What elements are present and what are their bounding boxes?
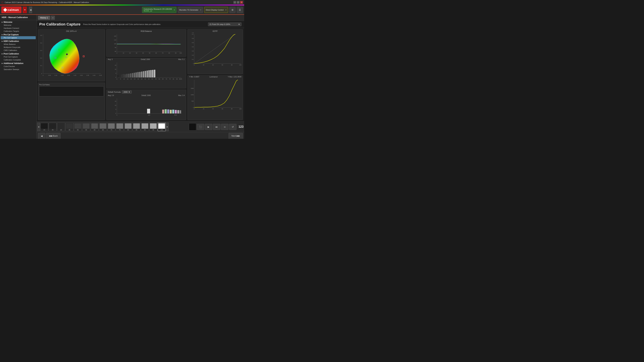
playback-controls: ⬛ ▶ ⏭ ∞ ↺ 123	[189, 123, 244, 131]
thumb-35[interactable]: 35	[49, 122, 57, 131]
colorimeter-dropdown[interactable]: Colorimetry Research CR-100/200 85c805_v…	[142, 7, 176, 13]
back-button[interactable]: ◀◀ Back	[46, 133, 60, 139]
chevron-down-icon-3: ▶	[2, 40, 3, 42]
svg-text:45: 45	[148, 78, 150, 80]
svg-text:0.6: 0.6	[192, 38, 194, 39]
deltae-color-avg: Avg: 2.6	[108, 94, 114, 96]
sidebar-item-cms-calibration[interactable]: CMS Calibration	[0, 49, 36, 52]
maximize-button[interactable]: □	[237, 1, 240, 4]
thumb-65[interactable]: 65	[99, 122, 107, 131]
nav-section-hdr-cal-label: HDR Calibration	[4, 40, 19, 42]
stop-button[interactable]: ⬛	[197, 124, 204, 130]
nav-section-pre-cal[interactable]: ▶ Pre Cal Capture	[0, 33, 36, 36]
notes-input[interactable]	[39, 86, 104, 96]
next-button[interactable]: Next ▶▶	[228, 133, 243, 139]
rgb-balance-svg: 80 90 100 110 120 0 10 20 30 40 50 60 70	[106, 32, 186, 56]
thumb-90[interactable]: 90	[141, 122, 149, 131]
svg-text:10: 10	[123, 52, 124, 54]
frame-count-display: 123	[238, 125, 244, 129]
play-button[interactable]: ▶	[205, 124, 212, 130]
svg-text:30: 30	[136, 52, 137, 54]
thumb-95[interactable]: 95	[149, 122, 157, 131]
svg-text:55: 55	[155, 78, 157, 80]
thumb-10[interactable]: 10	[40, 122, 48, 131]
svg-text:70: 70	[166, 78, 167, 80]
minimize-button[interactable]: ─	[234, 1, 236, 4]
step-dropdown[interactable]: 21 Point 5% step 0-100% ▼	[208, 22, 242, 26]
thumb-55[interactable]: 55	[82, 122, 90, 131]
colorimeter-arrow-icon: ▼	[174, 9, 175, 11]
svg-text:15: 15	[127, 78, 128, 80]
deltae-formula-dropdown[interactable]: 2000 ▼	[122, 90, 132, 93]
thumb-60[interactable]: 60	[90, 122, 98, 131]
sidebar-toggle-button[interactable]: ◀	[29, 6, 32, 13]
svg-text:0.05: 0.05	[48, 75, 51, 76]
display-control-dropdown[interactable]: Direct Display Control ▼	[204, 7, 228, 13]
svg-text:0.4: 0.4	[40, 42, 42, 44]
logo-dropdown-button[interactable]: ▼	[23, 6, 27, 13]
nav-section-post-cal-label: Post Calibration	[4, 53, 19, 55]
svg-rect-71	[117, 75, 118, 77]
deltae-grayscale-max: Max: 5.1	[178, 58, 185, 60]
luminance-title: Luminance	[210, 76, 218, 78]
sidebar-item-saturation-sweeps[interactable]: Saturation Sweeps	[0, 68, 36, 71]
info-button[interactable]: ☰	[237, 7, 243, 13]
refresh-button[interactable]: ↺	[229, 124, 236, 130]
thumb-scroll-right-button[interactable]: ▶	[166, 122, 169, 131]
svg-text:20: 20	[203, 108, 204, 110]
scroll-left-button[interactable]: ◀	[38, 133, 45, 139]
rgb-balance-title: RGB Balance	[106, 29, 186, 32]
sidebar-item-colorchecker[interactable]: ColorChecker	[0, 65, 36, 68]
thumb-40[interactable]: 40	[57, 122, 65, 131]
sidebar-item-pre-cal-capture[interactable]: Pre Cal Capture	[1, 36, 36, 39]
thumb-85[interactable]: 85	[132, 122, 140, 131]
svg-rect-88	[148, 70, 150, 77]
svg-rect-86	[145, 71, 146, 77]
sidebar-item-calibration-complete[interactable]: Calibration Complete	[0, 58, 36, 61]
thumb-75[interactable]: 75	[116, 122, 124, 131]
tab-history1[interactable]: History 1	[38, 16, 50, 20]
svg-text:75: 75	[169, 78, 171, 80]
sidebar-item-hardware-connect[interactable]: Hardware Connect	[0, 27, 36, 30]
colorimeter-info: Colorimetry Research CR-100/200 85c805_v…	[144, 8, 172, 12]
settings-button[interactable]: ⚙	[230, 7, 236, 13]
svg-text:0.15: 0.15	[61, 75, 64, 76]
thumb-50[interactable]: 50	[74, 122, 82, 131]
thumb-80[interactable]: 80	[124, 122, 132, 131]
svg-text:0.3: 0.3	[192, 50, 194, 52]
chevron-down-icon: ▶	[2, 21, 3, 23]
color-patch-display	[189, 123, 196, 131]
svg-rect-102	[162, 110, 164, 113]
add-tab-button[interactable]: +	[51, 16, 55, 20]
sidebar-item-welcome[interactable]: Welcome	[0, 24, 36, 27]
sidebar-item-post-cal-capture[interactable]: Post Cal Capture	[0, 55, 36, 58]
nav-section-post-cal[interactable]: ▶ Post Calibration	[0, 52, 36, 55]
back-arrow-icon: ◀◀	[49, 135, 52, 137]
sidebar-item-multipoint-grayscale[interactable]: Multipoint Grayscale	[0, 46, 36, 49]
nav-section-additional[interactable]: ▶ Additional Validation	[0, 61, 36, 65]
thumb-100[interactable]: 100	[158, 122, 166, 131]
svg-text:100: 100	[239, 64, 242, 66]
generator-dropdown[interactable]: Murodeo 7G Generator ▼	[178, 7, 203, 13]
sidebar-item-white-balance[interactable]: White Balance	[0, 43, 36, 46]
thumb-scroll-left-button[interactable]: ◀	[37, 122, 40, 131]
loop-button[interactable]: ∞	[221, 124, 228, 130]
svg-marker-18	[50, 39, 79, 73]
svg-text:60: 60	[222, 64, 223, 66]
thumb-45[interactable]: 45	[66, 122, 74, 131]
svg-rect-82	[137, 72, 139, 77]
topbar: calman ▼ ◀ Colorimetry Research CR-100/2…	[0, 5, 244, 15]
svg-text:70: 70	[162, 52, 164, 54]
nav-section-hdr-cal[interactable]: ▶ HDR Calibration	[0, 39, 36, 43]
svg-rect-89	[150, 70, 152, 77]
svg-text:120: 120	[114, 35, 116, 37]
thumb-80-label: 80	[127, 129, 129, 131]
close-button[interactable]: ✕	[240, 1, 243, 4]
skip-end-button[interactable]: ⏭	[213, 124, 220, 130]
sidebar-item-calibration-targets[interactable]: Calibration Targets	[0, 30, 36, 33]
svg-text:0: 0	[194, 64, 195, 66]
luminance-y-max: Y Max: 1151.8549	[228, 76, 241, 78]
thumb-70[interactable]: 70	[107, 122, 116, 131]
nav-section-welcome[interactable]: ▶ Welcome	[0, 20, 36, 24]
svg-text:0.10: 0.10	[54, 75, 57, 76]
